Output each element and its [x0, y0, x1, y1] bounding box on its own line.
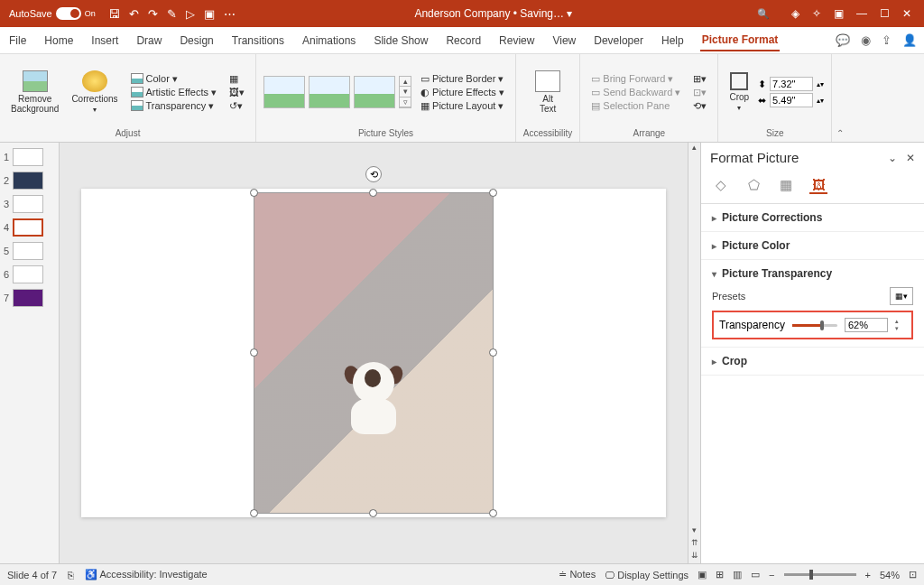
- transparency-value[interactable]: 62%: [845, 318, 888, 332]
- picture-effects-button[interactable]: ◐ Picture Effects ▾: [417, 86, 508, 99]
- slide-canvas[interactable]: ⟲: [60, 143, 688, 563]
- toggle-switch[interactable]: [56, 7, 81, 20]
- section-corrections[interactable]: ▸Picture Corrections: [701, 204, 924, 232]
- thumb-3[interactable]: 3: [4, 195, 55, 213]
- comments-icon[interactable]: 💬: [836, 33, 850, 47]
- autosave-toggle[interactable]: AutoSave On: [4, 7, 101, 20]
- person-icon[interactable]: 👤: [902, 33, 917, 47]
- presets-dropdown[interactable]: ▦▾: [890, 287, 913, 305]
- section-color[interactable]: ▸Picture Color: [701, 232, 924, 260]
- zoom-slider[interactable]: [784, 573, 856, 576]
- more-icon[interactable]: ⋯: [224, 7, 236, 21]
- fit-button[interactable]: ⊡: [909, 569, 917, 580]
- save-icon[interactable]: 🖫: [108, 7, 120, 21]
- pane-close-icon[interactable]: ✕: [906, 152, 915, 164]
- share-icon[interactable]: ⇪: [882, 33, 892, 47]
- rotate-button[interactable]: ⟲▾: [689, 99, 710, 113]
- tab-review[interactable]: Review: [497, 31, 536, 51]
- corrections-button[interactable]: Corrections▾: [68, 69, 121, 116]
- redo-icon[interactable]: ↷: [148, 7, 158, 21]
- width-input[interactable]: ⬌ ▴▾: [758, 93, 824, 107]
- rotate-handle[interactable]: ⟲: [365, 166, 382, 182]
- styles-gallery[interactable]: ▴▾▿: [263, 76, 411, 108]
- display-settings-button[interactable]: 🖵 Display Settings: [605, 570, 688, 580]
- vertical-scrollbar[interactable]: ▴ ▾ ⇈ ⇊: [688, 143, 700, 563]
- tab-draw[interactable]: Draw: [134, 31, 163, 51]
- handle-tr[interactable]: [489, 189, 497, 197]
- transparency-button[interactable]: Transparency ▾: [127, 99, 221, 113]
- handle-bl[interactable]: [250, 509, 258, 517]
- lang-icon[interactable]: ⎘: [68, 570, 74, 580]
- record-icon[interactable]: ◉: [861, 33, 871, 47]
- picture-icon[interactable]: 🖼: [809, 176, 827, 194]
- thumb-7[interactable]: 7: [4, 289, 55, 307]
- pane-dropdown-icon[interactable]: ⌄: [888, 152, 897, 164]
- tab-picture-format[interactable]: Picture Format: [700, 30, 781, 51]
- diamond-icon[interactable]: ◈: [791, 7, 799, 20]
- thumb-6[interactable]: 6: [4, 265, 55, 283]
- box-icon[interactable]: ▣: [834, 7, 844, 20]
- minimize-icon[interactable]: —: [856, 7, 867, 20]
- tab-animations[interactable]: Animations: [300, 31, 357, 51]
- undo-icon[interactable]: ↶: [129, 7, 139, 21]
- handle-mr[interactable]: [489, 348, 497, 357]
- view-slideshow-icon[interactable]: ▭: [751, 569, 760, 580]
- artistic-effects-button[interactable]: Artistic Effects ▾: [127, 86, 221, 99]
- tab-slideshow[interactable]: Slide Show: [372, 31, 430, 51]
- picture-border-button[interactable]: ▭ Picture Border ▾: [417, 72, 508, 86]
- collapse-ribbon-button[interactable]: ⌃: [832, 54, 848, 142]
- section-crop[interactable]: ▸Crop: [701, 348, 924, 376]
- view-normal-icon[interactable]: ▣: [698, 569, 707, 580]
- tab-developer[interactable]: Developer: [592, 31, 645, 51]
- zoom-in-button[interactable]: +: [865, 570, 871, 580]
- transparency-slider[interactable]: [792, 324, 837, 327]
- crop-button[interactable]: Crop▾: [725, 70, 753, 114]
- fill-icon[interactable]: ◇: [712, 176, 730, 194]
- view-reading-icon[interactable]: ▥: [733, 569, 742, 580]
- notes-button[interactable]: ≐ Notes: [559, 569, 596, 580]
- selected-picture[interactable]: ⟲: [254, 192, 494, 514]
- picture-layout-button[interactable]: ▦ Picture Layout ▾: [417, 99, 508, 113]
- selection-pane-button[interactable]: ▤ Selection Pane: [587, 99, 684, 113]
- view-sorter-icon[interactable]: ⊞: [716, 569, 724, 580]
- compress-button[interactable]: ▦: [226, 72, 248, 86]
- thumb-5[interactable]: 5: [4, 242, 55, 260]
- handle-tc[interactable]: [369, 189, 377, 197]
- zoom-level[interactable]: 54%: [880, 570, 900, 580]
- effects-icon[interactable]: ⬠: [744, 176, 762, 194]
- thumb-2[interactable]: 2: [4, 172, 55, 190]
- tab-help[interactable]: Help: [660, 31, 686, 51]
- height-input[interactable]: ⬍ ▴▾: [758, 77, 824, 91]
- tab-design[interactable]: Design: [178, 31, 215, 51]
- start-icon[interactable]: ▷: [186, 7, 195, 21]
- search-icon[interactable]: 🔍: [744, 8, 782, 20]
- present-icon[interactable]: ▣: [204, 7, 215, 21]
- align-button[interactable]: ⊞▾: [689, 72, 710, 86]
- tab-view[interactable]: View: [550, 31, 578, 51]
- handle-tl[interactable]: [250, 189, 258, 197]
- handle-bc[interactable]: [369, 509, 377, 517]
- tab-transitions[interactable]: Transitions: [230, 31, 286, 51]
- close-icon[interactable]: ✕: [902, 7, 911, 20]
- mic-icon[interactable]: ✧: [812, 7, 821, 20]
- alt-text-button[interactable]: Alt Text: [531, 69, 564, 116]
- remove-background-button[interactable]: Remove Background: [7, 69, 62, 116]
- handle-br[interactable]: [489, 509, 497, 517]
- maximize-icon[interactable]: ☐: [880, 7, 890, 20]
- size-props-icon[interactable]: ▦: [777, 176, 795, 194]
- reset-button[interactable]: ↺▾: [226, 99, 248, 113]
- handle-ml[interactable]: [250, 348, 258, 357]
- tab-insert[interactable]: Insert: [89, 31, 120, 51]
- zoom-out-button[interactable]: −: [769, 570, 774, 580]
- transparency-spinner[interactable]: ▴▾: [895, 318, 906, 332]
- tab-home[interactable]: Home: [42, 31, 75, 51]
- change-button[interactable]: 🖼▾: [226, 86, 248, 99]
- tab-file[interactable]: File: [7, 31, 28, 51]
- thumb-4[interactable]: 4: [4, 218, 55, 237]
- tab-record[interactable]: Record: [444, 31, 483, 51]
- transparency-header[interactable]: ▾Picture Transparency: [712, 267, 913, 280]
- thumb-1[interactable]: 1: [4, 148, 55, 166]
- touch-icon[interactable]: ✎: [167, 7, 177, 21]
- accessibility-status[interactable]: ♿ Accessibility: Investigate: [85, 569, 208, 580]
- color-button[interactable]: Color ▾: [127, 72, 221, 86]
